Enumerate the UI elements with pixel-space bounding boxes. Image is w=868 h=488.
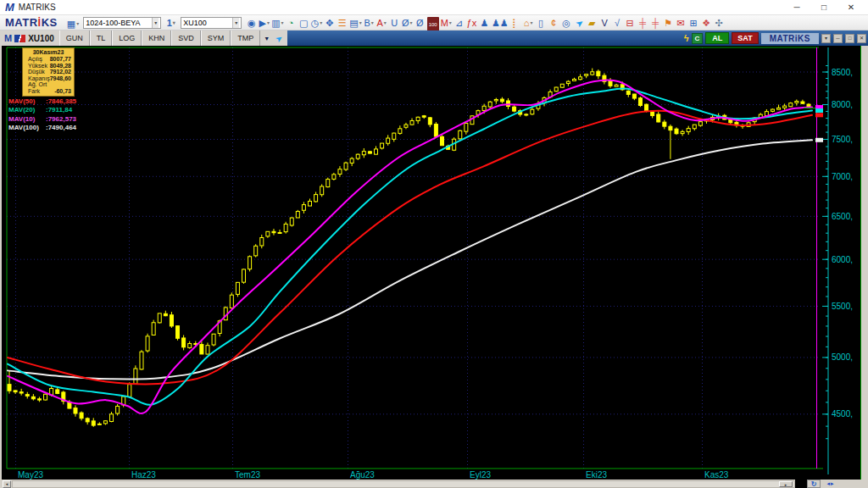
- person-icon[interactable]: ♟: [478, 16, 491, 30]
- close-icon[interactable]: ✕: [839, 1, 863, 14]
- scrollbar-thumb[interactable]: ▸: [779, 481, 793, 487]
- mav-legend: MAV(50):7846,385MAV(20):7911,84MAV(10):7…: [8, 97, 76, 133]
- svg-text:Ağu23: Ağu23: [350, 470, 375, 480]
- forbid2-icon[interactable]: Ø: [414, 16, 426, 30]
- chart-mode-button-tl[interactable]: TL: [90, 30, 113, 46]
- realtime-bolt-icon[interactable]: ϟ: [684, 33, 689, 43]
- list-icon[interactable]: ☰: [336, 16, 348, 30]
- bold-b-icon[interactable]: B▾: [363, 16, 376, 30]
- v-chart-icon[interactable]: √: [611, 16, 624, 30]
- matriks-logo: MATRİKS: [5, 16, 58, 29]
- ledger-icon[interactable]: ▤▾: [348, 16, 362, 30]
- chart-mode-button-svd[interactable]: SVD: [171, 30, 201, 46]
- info-box-date: 30Kasım23: [23, 48, 74, 56]
- chart-mode-button-sym[interactable]: SYM: [201, 30, 231, 46]
- folder-icon[interactable]: ▰: [586, 16, 598, 30]
- bank-icon[interactable]: ⌂▾: [522, 16, 535, 30]
- chart-mode-button-tmp[interactable]: TMP: [231, 30, 260, 46]
- hundred-badge-icon[interactable]: 100: [426, 18, 440, 31]
- svg-text:7500,: 7500,: [832, 135, 853, 144]
- svg-text:Eyl23: Eyl23: [470, 470, 491, 480]
- svg-text:Tem23: Tem23: [235, 470, 260, 480]
- svg-text:6500,: 6500,: [832, 212, 853, 221]
- coins-icon[interactable]: ¢: [548, 16, 560, 30]
- chart-window-titlebar: M XU100 GUNTLLOGKHNSVDSYMTMP ▼ ➤ ϟ C AL …: [0, 30, 868, 46]
- mail-icon[interactable]: ✉: [675, 16, 687, 30]
- chart-window-logo-icon: M: [4, 33, 12, 43]
- people-icon[interactable]: ♟♟: [491, 16, 509, 30]
- chart-type-icon[interactable]: ▥▾: [270, 16, 284, 30]
- font-a-icon[interactable]: A▾: [376, 16, 388, 30]
- symbol-select[interactable]: XU100▾: [181, 17, 242, 29]
- sell-button[interactable]: SAT: [732, 32, 758, 44]
- line-chart-icon[interactable]: ⊿: [453, 16, 465, 30]
- mav-legend-row: MAV(20):7911,84: [8, 106, 76, 114]
- main-toolbar: MATRİKS ▦▾ 1024-100-BEYA▾ 1▾ XU100▾ ◉▶▾▥…: [0, 15, 868, 30]
- chart-close-icon[interactable]: ✕: [857, 34, 866, 43]
- minimize-icon[interactable]: ─: [785, 1, 809, 14]
- svg-text:7000,: 7000,: [832, 172, 853, 181]
- zoom-icon[interactable]: ◉: [245, 16, 258, 30]
- scrollbar-track[interactable]: ▸: [12, 480, 795, 488]
- clock-icon[interactable]: ◷▾: [310, 16, 324, 30]
- save-icon[interactable]: ▦▾: [66, 17, 80, 30]
- svg-text:6000,: 6000,: [832, 255, 853, 264]
- forbid-icon[interactable]: Ø▾: [401, 16, 414, 30]
- monitor-chart-icon[interactable]: ⊟: [624, 16, 637, 30]
- traffic-light-icon[interactable]: ⡇: [509, 16, 522, 30]
- letter-v-icon[interactable]: V: [598, 16, 611, 30]
- svg-text:4500,: 4500,: [832, 409, 853, 419]
- handshake-icon[interactable]: ✥: [323, 16, 336, 30]
- twitter-share-icon[interactable]: ➤: [274, 32, 285, 44]
- window-count-select[interactable]: 1▾: [164, 16, 177, 30]
- svg-text:5500,: 5500,: [832, 302, 853, 311]
- chart-mode-button-log[interactable]: LOG: [112, 30, 142, 46]
- search2-icon[interactable]: ◎: [560, 16, 573, 30]
- info-box-row: Ağ. Ort: [23, 81, 74, 88]
- c-button[interactable]: C: [692, 33, 704, 44]
- calculator-icon[interactable]: ⊞: [687, 16, 700, 30]
- chart-menu-icon[interactable]: ▾: [821, 34, 831, 43]
- chart-mode-button-khn[interactable]: KHN: [142, 30, 171, 46]
- sync-icon[interactable]: ↻: [807, 480, 821, 488]
- alarm-icon[interactable]: ⚑: [662, 16, 675, 30]
- buy-button[interactable]: AL: [705, 32, 729, 44]
- svg-text:Haz23: Haz23: [131, 470, 156, 480]
- ohlc-info-box: 30Kasım23 Açılış8007,77Yüksek8049,28Düşü…: [22, 47, 75, 97]
- m-menu-icon[interactable]: M▾: [440, 16, 453, 30]
- maximize-icon[interactable]: □: [812, 1, 836, 14]
- info-box-row: Kapanış7948,60: [23, 75, 74, 82]
- scroll-left-icon[interactable]: ◂: [3, 480, 11, 488]
- window-titlebar: M MATRIKS ─ □ ✕: [0, 0, 868, 15]
- window-right-frame: [860, 46, 868, 480]
- period-dropdown-icon[interactable]: ▼: [260, 36, 273, 42]
- pointer-tool-icon[interactable]: ▶▾: [258, 16, 270, 30]
- chat-icon[interactable]: ❖: [700, 16, 713, 30]
- twitter-icon[interactable]: ➤: [573, 16, 586, 30]
- chart-restore-icon[interactable]: □: [845, 34, 854, 43]
- monitor-icon[interactable]: ▢: [298, 16, 310, 30]
- chart-region: 8500,8000,7500,7000,6500,6000,5500,5000,…: [0, 46, 868, 480]
- candle-window2-icon[interactable]: ╪: [649, 16, 662, 30]
- scrollbar-gap: [795, 480, 807, 488]
- chart-canvas[interactable]: 8500,8000,7500,7000,6500,6000,5500,5000,…: [0, 46, 861, 480]
- svg-text:Eki23: Eki23: [586, 470, 607, 480]
- pie-chart-icon[interactable]: ◔: [285, 16, 298, 30]
- bar-nav-arrows[interactable]: ◂▸: [821, 480, 841, 488]
- gears-icon[interactable]: ✣: [713, 16, 726, 30]
- symbol-flag-icon: [14, 35, 25, 42]
- candle-window-icon[interactable]: ╪: [637, 16, 649, 30]
- info-box-row: Yüksek8049,28: [23, 63, 74, 69]
- svg-text:5000,: 5000,: [832, 352, 853, 362]
- chart-minimize-icon[interactable]: ─: [833, 34, 843, 43]
- chart-brand-label: MATRiKS: [761, 33, 819, 44]
- underline-u-icon[interactable]: U: [388, 16, 401, 30]
- svg-text:Kas23: Kas23: [704, 470, 729, 480]
- workspace-select[interactable]: 1024-100-BEYA▾: [83, 17, 161, 29]
- document-icon[interactable]: ▯: [535, 16, 548, 30]
- chart-symbol-label: XU100: [28, 34, 54, 43]
- svg-text:8000,: 8000,: [832, 100, 853, 109]
- fx-icon[interactable]: ƒx: [465, 16, 478, 30]
- info-box-row: Açılış8007,77: [23, 56, 74, 63]
- chart-mode-button-gun[interactable]: GUN: [59, 30, 90, 46]
